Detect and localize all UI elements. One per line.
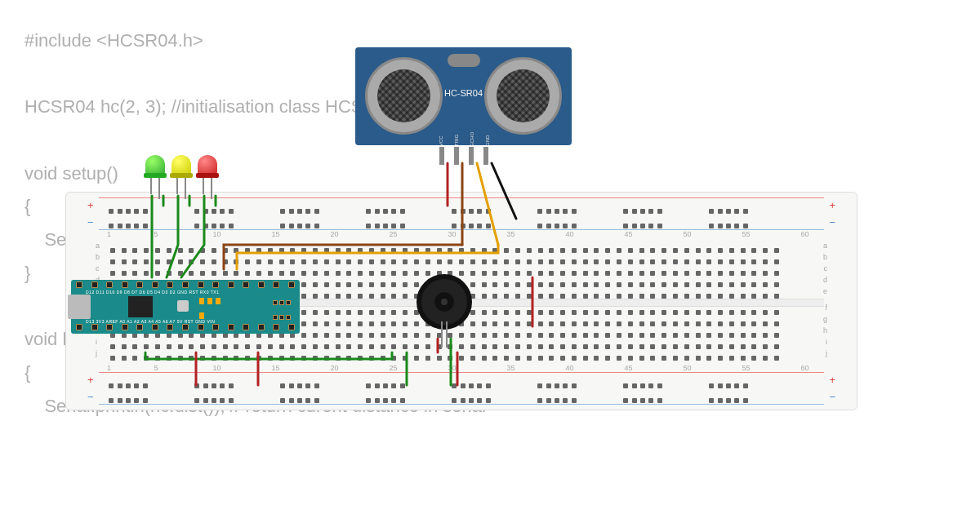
led-red[interactable] <box>198 155 217 196</box>
code-line: } <box>24 263 30 283</box>
led-bulb <box>198 155 217 175</box>
usb-mini-port <box>68 295 91 319</box>
status-leds <box>198 295 222 319</box>
led-green[interactable] <box>145 155 165 196</box>
code-line: { <box>24 196 30 216</box>
code-line: #include <HCSR04.h> <box>24 30 203 51</box>
sensor-pins <box>439 147 488 165</box>
nano-pinrow-top <box>76 281 295 290</box>
nano-top-labels: D12 D11 D10 D9 D8 D7 D6 D5 D4 D3 D2 GND … <box>86 290 219 295</box>
code-line: { <box>24 362 30 383</box>
code-line: void setup() <box>24 163 118 184</box>
icsp-header <box>272 295 293 319</box>
atmega-chip <box>128 296 153 317</box>
nano-pinrow-bot <box>76 324 295 332</box>
hcsr04-sensor[interactable]: HC-SR04 VCC TRIG ECHO GND <box>355 47 572 145</box>
sensor-pin-labels: VCC TRIG ECHO GND <box>435 139 492 144</box>
ultrasonic-receiver <box>484 57 562 135</box>
nano-bot-labels: D13 3V3 AREF A0 A1 A2 A3 A4 A5 A6 A7 5V … <box>86 319 215 324</box>
arduino-nano[interactable]: D12 D11 D10 D9 D8 D7 D6 D5 D4 D3 D2 GND … <box>71 280 300 334</box>
led-bulb <box>172 155 191 175</box>
ultrasonic-transmitter <box>365 57 443 135</box>
power-rail-top: +− +− <box>66 197 857 230</box>
sensor-label: HC-SR04 <box>444 88 483 98</box>
piezo-buzzer[interactable] <box>416 274 472 330</box>
rail-holes <box>107 378 816 399</box>
rail-holes <box>107 203 816 224</box>
reset-button[interactable] <box>177 300 189 312</box>
led-bulb <box>145 155 165 175</box>
power-rail-bottom: +− +− <box>66 372 857 405</box>
led-yellow[interactable] <box>172 155 191 196</box>
crystal-oscillator <box>448 54 480 67</box>
